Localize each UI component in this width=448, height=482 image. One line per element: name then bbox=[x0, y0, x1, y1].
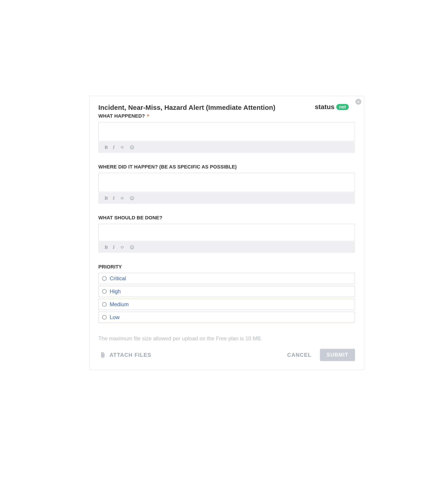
svg-point-5 bbox=[133, 198, 133, 198]
priority-option-low[interactable]: Low bbox=[98, 312, 355, 323]
section-what-done: WHAT SHOULD BE DONE? B I bbox=[98, 215, 355, 253]
close-button[interactable] bbox=[355, 99, 361, 105]
bold-button[interactable]: B bbox=[105, 144, 108, 150]
label-what-happened: WHAT HAPPENED? bbox=[98, 113, 145, 119]
radio-icon bbox=[102, 276, 107, 281]
svg-point-8 bbox=[133, 247, 133, 247]
priority-label: High bbox=[110, 288, 121, 295]
radio-icon bbox=[102, 302, 107, 307]
italic-button[interactable]: I bbox=[113, 244, 115, 250]
svg-point-7 bbox=[131, 247, 132, 247]
link-icon bbox=[119, 196, 125, 200]
emoji-icon bbox=[130, 196, 134, 200]
where-input[interactable] bbox=[98, 173, 355, 192]
svg-point-2 bbox=[133, 147, 133, 147]
required-indicator: * bbox=[147, 113, 149, 120]
brand-text: status bbox=[315, 103, 335, 111]
rte-toolbar-3: B I bbox=[98, 242, 355, 253]
submit-button[interactable]: SUBMIT bbox=[320, 349, 355, 361]
right-actions: CANCEL SUBMIT bbox=[287, 349, 355, 361]
label-what-done: WHAT SHOULD BE DONE? bbox=[98, 215, 162, 221]
priority-label: Critical bbox=[110, 275, 126, 282]
emoji-button[interactable] bbox=[130, 196, 134, 200]
priority-option-critical[interactable]: Critical bbox=[98, 273, 355, 284]
svg-point-6 bbox=[130, 245, 134, 249]
svg-point-1 bbox=[131, 147, 132, 147]
form-card: Incident, Near-Miss, Hazard Alert (Immed… bbox=[89, 96, 364, 370]
section-what-happened: WHAT HAPPENED? * B I bbox=[98, 113, 355, 153]
italic-button[interactable]: I bbox=[113, 195, 115, 201]
actions-bar: ATTACH FILES CANCEL SUBMIT bbox=[98, 349, 355, 361]
what-done-input[interactable] bbox=[98, 224, 355, 241]
section-priority: PRIORITY Critical High Medium Low bbox=[98, 264, 355, 323]
emoji-button[interactable] bbox=[130, 245, 134, 249]
close-icon bbox=[357, 100, 360, 103]
what-happened-input[interactable] bbox=[98, 122, 355, 141]
cancel-button[interactable]: CANCEL bbox=[287, 352, 312, 358]
attach-files-button[interactable]: ATTACH FILES bbox=[98, 352, 151, 358]
link-button[interactable] bbox=[119, 245, 125, 249]
priority-list: Critical High Medium Low bbox=[98, 273, 355, 323]
priority-option-high[interactable]: High bbox=[98, 286, 355, 297]
rte-toolbar-1: B I bbox=[98, 142, 355, 153]
section-where: WHERE DID IT HAPPEN? (BE AS SPECIFIC AS … bbox=[98, 164, 355, 204]
svg-point-3 bbox=[130, 196, 134, 200]
attach-files-label: ATTACH FILES bbox=[110, 352, 151, 358]
italic-button[interactable]: I bbox=[113, 144, 115, 150]
priority-label: Low bbox=[110, 314, 119, 321]
upload-note: The maximum file size allowed per upload… bbox=[98, 335, 355, 342]
bold-button[interactable]: B bbox=[105, 244, 108, 250]
link-icon bbox=[119, 245, 125, 249]
label-priority: PRIORITY bbox=[98, 264, 122, 270]
link-icon bbox=[119, 145, 125, 149]
rte-toolbar-2: B I bbox=[98, 193, 355, 204]
link-button[interactable] bbox=[119, 145, 125, 149]
card-header: Incident, Near-Miss, Hazard Alert (Immed… bbox=[98, 104, 355, 111]
bold-button[interactable]: B bbox=[105, 195, 108, 201]
emoji-icon bbox=[130, 145, 134, 150]
brand: status net bbox=[315, 103, 349, 111]
radio-icon bbox=[102, 289, 107, 294]
brand-pill: net bbox=[336, 104, 349, 110]
svg-point-4 bbox=[131, 198, 132, 198]
svg-point-0 bbox=[130, 145, 134, 149]
paperclip-icon bbox=[101, 352, 106, 358]
link-button[interactable] bbox=[119, 196, 125, 200]
priority-option-medium[interactable]: Medium bbox=[98, 299, 355, 310]
label-where: WHERE DID IT HAPPEN? (BE AS SPECIFIC AS … bbox=[98, 164, 237, 170]
radio-icon bbox=[102, 315, 107, 320]
priority-label: Medium bbox=[110, 301, 129, 307]
emoji-button[interactable] bbox=[130, 145, 134, 150]
emoji-icon bbox=[130, 245, 134, 249]
